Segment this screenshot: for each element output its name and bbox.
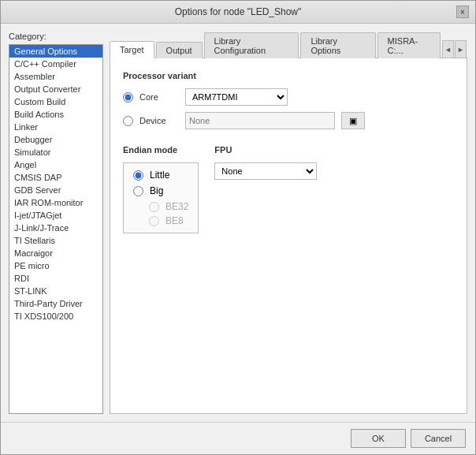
category-item-ti-xds100[interactable]: TI XDS100/200 <box>9 310 102 323</box>
core-radio[interactable] <box>123 92 133 103</box>
tab-target[interactable]: Target <box>110 41 154 58</box>
category-item-debugger[interactable]: Debugger <box>9 133 102 146</box>
dialog-title: Options for node "LED_Show" <box>20 6 456 17</box>
tab-output[interactable]: Output <box>156 42 203 58</box>
category-item-general-options[interactable]: General Options <box>9 45 102 58</box>
be8-radio[interactable] <box>149 216 159 226</box>
close-button[interactable]: × <box>456 6 469 18</box>
be8-label: BE8 <box>165 215 184 226</box>
tab-library-config[interactable]: Library Configuration <box>204 32 299 58</box>
category-label: Category: <box>9 32 103 41</box>
big-radio[interactable] <box>133 186 143 196</box>
category-item-c-cpp-compiler[interactable]: C/C++ Compiler <box>9 58 102 70</box>
device-label: Device <box>139 116 179 125</box>
tab-misra[interactable]: MISRA-C:... <box>377 32 441 58</box>
category-item-iar-rom-monitor[interactable]: IAR ROM-monitor <box>9 196 102 209</box>
category-item-macraigor[interactable]: Macraigor <box>9 247 102 259</box>
category-item-third-party-driver[interactable]: Third-Party Driver <box>9 297 102 310</box>
category-item-pe-micro[interactable]: PE micro <box>9 259 102 272</box>
dialog: Options for node "LED_Show" × Category: … <box>0 0 476 455</box>
tab-content: Processor variant Core ARM7TDMIARM7TDMI-… <box>110 58 467 414</box>
category-item-cmsis-dap[interactable]: CMSIS DAP <box>9 171 102 184</box>
processor-variant-label: Processor variant <box>123 71 454 80</box>
category-item-assembler[interactable]: Assembler <box>9 70 102 83</box>
category-item-rdi[interactable]: RDI <box>9 272 102 285</box>
tab-library-options[interactable]: Library Options <box>300 32 375 58</box>
tab-nav-next[interactable]: ► <box>455 40 467 58</box>
little-label: Little <box>150 170 169 181</box>
category-item-ti-stellaris[interactable]: TI Stellaris <box>9 234 102 247</box>
bottom-sections: Endian mode Little Big <box>123 145 454 233</box>
category-item-angel[interactable]: Angel <box>9 159 102 171</box>
little-radio-row: Little <box>133 170 188 181</box>
fpu-inner: None <box>214 162 317 180</box>
core-select[interactable]: ARM7TDMIARM7TDMI-SARM9TDMIARM9E-S <box>185 88 288 106</box>
core-label: Core <box>139 92 179 102</box>
device-radio[interactable] <box>123 116 133 126</box>
device-radio-row: Device ▣ <box>123 112 454 129</box>
right-panel: TargetOutputLibrary ConfigurationLibrary… <box>110 32 467 414</box>
tab-nav-prev[interactable]: ◄ <box>442 40 454 58</box>
category-item-i-jet-jtagjet[interactable]: I-jet/JTAGjet <box>9 209 102 222</box>
cancel-button[interactable]: Cancel <box>411 429 466 448</box>
be-options: BE32 BE8 <box>133 201 188 226</box>
fpu-label: FPU <box>214 145 317 155</box>
category-list: General OptionsC/C++ CompilerAssemblerOu… <box>9 44 103 414</box>
endian-label: Endian mode <box>123 145 199 155</box>
category-item-linker[interactable]: Linker <box>9 121 102 133</box>
be32-row: BE32 <box>149 201 188 212</box>
category-item-build-actions[interactable]: Build Actions <box>9 108 102 121</box>
fpu-section: FPU None <box>214 145 317 233</box>
fpu-select[interactable]: None <box>214 162 317 180</box>
category-item-j-link-j-trace[interactable]: J-Link/J-Trace <box>9 222 102 234</box>
browse-button[interactable]: ▣ <box>341 112 365 129</box>
big-radio-row: Big <box>133 185 188 196</box>
core-radio-row: Core ARM7TDMIARM7TDMI-SARM9TDMIARM9E-S <box>123 88 454 106</box>
tabs-bar: TargetOutputLibrary ConfigurationLibrary… <box>110 32 467 58</box>
category-item-output-converter[interactable]: Output Converter <box>9 83 102 95</box>
dialog-footer: OK Cancel <box>1 422 475 454</box>
be8-row: BE8 <box>149 215 188 226</box>
category-item-gdb-server[interactable]: GDB Server <box>9 184 102 196</box>
endian-box: Little Big BE32 <box>123 162 199 233</box>
ok-button[interactable]: OK <box>351 429 406 448</box>
be32-label: BE32 <box>165 201 188 212</box>
big-label: Big <box>150 185 163 196</box>
category-item-st-link[interactable]: ST-LINK <box>9 285 102 297</box>
category-item-simulator[interactable]: Simulator <box>9 146 102 159</box>
dialog-body: Category: General OptionsC/C++ CompilerA… <box>1 24 475 422</box>
category-item-custom-build[interactable]: Custom Build <box>9 95 102 108</box>
endian-section: Endian mode Little Big <box>123 145 199 233</box>
title-bar: Options for node "LED_Show" × <box>1 1 475 24</box>
be32-radio[interactable] <box>149 202 159 212</box>
processor-section: Processor variant Core ARM7TDMIARM7TDMI-… <box>123 71 454 129</box>
device-input[interactable] <box>185 112 335 129</box>
left-panel: Category: General OptionsC/C++ CompilerA… <box>9 32 103 414</box>
little-radio[interactable] <box>133 170 143 181</box>
